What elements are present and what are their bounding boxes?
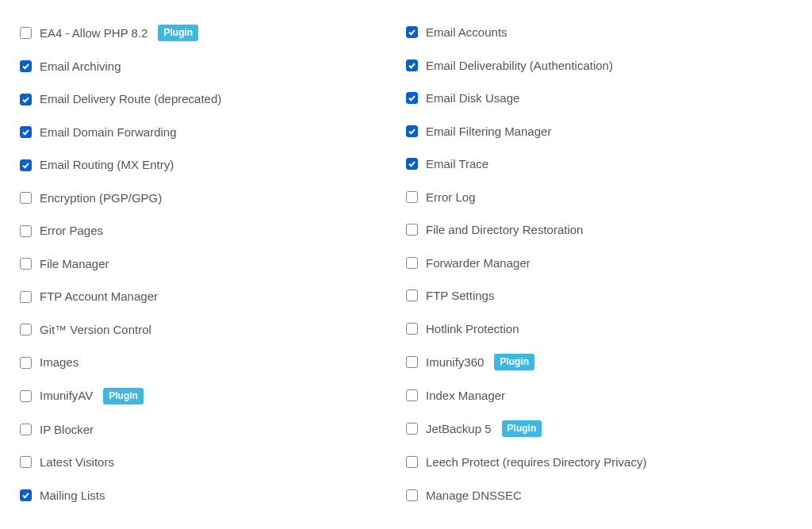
feature-item: Index Manager	[406, 379, 792, 412]
feature-label: Forwarder Manager	[426, 255, 530, 271]
feature-item: File Manager	[20, 247, 406, 281]
feature-checkbox[interactable]	[406, 158, 418, 170]
check-icon	[408, 127, 416, 136]
feature-label: Hotlink Protection	[426, 321, 519, 337]
plugin-badge: Plugin	[502, 420, 542, 437]
feature-item: Email Domain Forwarding	[20, 116, 406, 149]
feature-label: File Manager	[40, 256, 109, 272]
feature-list-grid: EA4 - Allow PHP 8.2PluginEmail Archiving…	[20, 16, 792, 512]
check-icon	[21, 95, 30, 104]
plugin-badge: Plugin	[158, 25, 198, 41]
feature-column-right: Email AccountsEmail Deliverability (Auth…	[406, 16, 792, 512]
feature-label: Mailing Lists	[40, 488, 105, 504]
feature-checkbox[interactable]	[20, 291, 32, 303]
feature-label: Email Archiving	[40, 59, 121, 75]
feature-checkbox[interactable]	[406, 489, 418, 501]
feature-column-left: EA4 - Allow PHP 8.2PluginEmail Archiving…	[20, 16, 406, 512]
feature-checkbox[interactable]	[20, 27, 32, 39]
feature-label: ImunifyAV	[40, 388, 93, 404]
feature-item: Forwarder Manager	[406, 247, 792, 280]
feature-checkbox[interactable]	[20, 192, 32, 204]
feature-label: FTP Account Manager	[40, 289, 158, 305]
feature-checkbox[interactable]	[406, 92, 418, 104]
feature-label: Email Trace	[426, 156, 488, 172]
feature-label: Email Domain Forwarding	[40, 125, 177, 140]
check-icon	[408, 28, 416, 36]
check-icon	[408, 61, 416, 70]
feature-item: EA4 - Allow PHP 8.2Plugin	[20, 16, 406, 50]
feature-item: Git™ Version Control	[20, 313, 406, 347]
check-icon	[21, 161, 30, 170]
feature-item: Error Pages	[20, 214, 406, 247]
feature-item: Email Deliverability (Authentication)	[406, 49, 792, 82]
feature-label: Encryption (PGP/GPG)	[40, 190, 162, 206]
feature-item: Encryption (PGP/GPG)	[20, 182, 406, 215]
feature-label: Manage DNSSEC	[426, 488, 522, 504]
feature-label: Latest Visitors	[40, 454, 114, 470]
feature-label: JetBackup 5	[426, 421, 492, 437]
check-icon	[21, 491, 30, 500]
feature-item: FTP Settings	[406, 279, 792, 312]
feature-item: Mailing Lists	[20, 479, 406, 512]
feature-checkbox[interactable]	[406, 191, 418, 203]
feature-label: Email Accounts	[426, 25, 508, 40]
feature-checkbox[interactable]	[20, 159, 32, 171]
check-icon	[21, 62, 30, 71]
feature-checkbox[interactable]	[406, 289, 418, 301]
feature-checkbox[interactable]	[20, 424, 32, 435]
feature-checkbox[interactable]	[406, 59, 418, 71]
feature-label: FTP Settings	[426, 288, 494, 304]
feature-label: Email Routing (MX Entry)	[40, 157, 174, 173]
feature-item: Email Delivery Route (deprecated)	[20, 82, 406, 116]
feature-checkbox[interactable]	[20, 94, 32, 105]
feature-checkbox[interactable]	[406, 356, 418, 368]
feature-checkbox[interactable]	[20, 258, 32, 270]
feature-checkbox[interactable]	[406, 257, 418, 269]
feature-item: ImunifyAVPlugin	[20, 379, 406, 413]
feature-checkbox[interactable]	[406, 323, 418, 335]
feature-item: Leech Protect (requires Directory Privac…	[406, 446, 792, 479]
feature-checkbox[interactable]	[20, 126, 32, 138]
feature-checkbox[interactable]	[20, 225, 32, 237]
feature-checkbox[interactable]	[406, 389, 418, 401]
feature-label: Leech Protect (requires Directory Privac…	[426, 454, 646, 470]
feature-item: Email Routing (MX Entry)	[20, 148, 406, 182]
check-icon	[408, 94, 416, 102]
feature-checkbox[interactable]	[20, 489, 32, 501]
feature-label: File and Directory Restoration	[426, 222, 583, 238]
feature-checkbox[interactable]	[20, 324, 32, 335]
feature-label: Imunify360	[426, 355, 484, 370]
feature-label: Email Filtering Manager	[426, 124, 551, 140]
feature-checkbox[interactable]	[406, 125, 418, 137]
feature-item: JetBackup 5Plugin	[406, 412, 792, 446]
feature-item: File and Directory Restoration	[406, 213, 792, 247]
feature-label: Email Deliverability (Authentication)	[426, 58, 613, 74]
feature-checkbox[interactable]	[20, 390, 32, 402]
feature-item: Images	[20, 346, 406, 379]
feature-item: Email Disk Usage	[406, 82, 792, 115]
feature-item: Imunify360Plugin	[406, 345, 792, 379]
feature-label: Index Manager	[426, 388, 505, 404]
plugin-badge: Plugin	[494, 354, 534, 370]
feature-item: FTP Account Manager	[20, 280, 406, 313]
feature-item: Error Log	[406, 181, 792, 214]
feature-label: IP Blocker	[40, 422, 94, 438]
feature-checkbox[interactable]	[20, 456, 32, 468]
feature-checkbox[interactable]	[20, 60, 32, 72]
check-icon	[408, 159, 416, 168]
feature-label: Git™ Version Control	[40, 322, 151, 338]
feature-item: Email Archiving	[20, 50, 406, 83]
plugin-badge: Plugin	[103, 388, 144, 404]
feature-label: Email Delivery Route (deprecated)	[40, 91, 221, 107]
check-icon	[21, 128, 30, 136]
feature-checkbox[interactable]	[20, 357, 32, 369]
feature-checkbox[interactable]	[406, 224, 418, 236]
feature-checkbox[interactable]	[406, 26, 418, 38]
feature-label: Email Disk Usage	[426, 90, 519, 106]
feature-item: Email Accounts	[406, 16, 792, 49]
feature-item: Hotlink Protection	[406, 312, 792, 346]
feature-label: Images	[40, 355, 79, 370]
feature-checkbox[interactable]	[406, 456, 418, 468]
feature-item: IP Blocker	[20, 413, 406, 447]
feature-checkbox[interactable]	[406, 423, 418, 435]
